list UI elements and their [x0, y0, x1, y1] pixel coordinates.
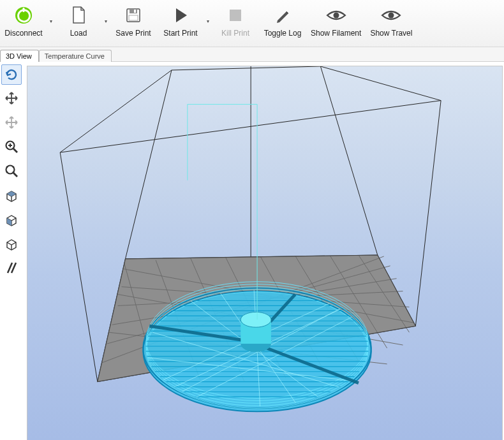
svg-line-20 [320, 66, 377, 255]
tab-temperature-curve[interactable]: Temperature Curve [39, 50, 112, 62]
disconnect-label: Disconnect [4, 29, 42, 38]
toggle-log-button[interactable]: Toggle Log [259, 3, 306, 40]
iso-view-button[interactable] [1, 234, 22, 254]
svg-point-8 [389, 12, 394, 18]
svg-line-25 [60, 101, 441, 152]
document-icon [70, 6, 87, 27]
stop-icon [227, 7, 244, 26]
svg-line-19 [125, 70, 172, 259]
eye-icon [326, 8, 346, 25]
svg-point-7 [333, 12, 339, 18]
load-dropdown[interactable]: ▾ [102, 13, 110, 29]
show-travel-label: Show Travel [370, 29, 412, 38]
front-view-button[interactable] [1, 210, 22, 230]
show-travel-button[interactable]: Show Travel [366, 3, 417, 40]
show-filament-button[interactable]: Show Filament [306, 3, 366, 40]
svg-rect-4 [134, 10, 136, 13]
main-area [0, 62, 504, 440]
3d-scene [27, 66, 502, 440]
cube-iso-icon [4, 236, 19, 253]
toggle-log-label: Toggle Log [264, 29, 302, 38]
eye-icon [381, 8, 401, 25]
start-print-label: Start Print [163, 29, 197, 38]
top-view-button[interactable] [1, 186, 22, 206]
play-icon [172, 6, 189, 26]
move-icon [4, 91, 19, 108]
svg-line-17 [60, 152, 98, 382]
kill-print-button[interactable]: Kill Print [212, 3, 259, 40]
3d-viewport[interactable] [27, 66, 503, 440]
zoom-fit-button[interactable] [1, 161, 22, 182]
zoom-in-icon [4, 139, 19, 156]
zoom-button[interactable] [1, 137, 22, 158]
zoom-fit-icon [4, 163, 19, 180]
svg-rect-6 [230, 10, 241, 21]
svg-line-23 [320, 66, 441, 101]
move-arrows-icon [4, 115, 19, 132]
floppy-disk-icon [124, 6, 142, 26]
load-button[interactable]: Load [55, 3, 102, 40]
cube-front-icon [4, 212, 19, 229]
view-tools [0, 64, 22, 279]
show-filament-label: Show Filament [311, 29, 361, 38]
svg-line-21 [60, 70, 172, 152]
load-label: Load [70, 29, 87, 38]
tab-temperature-curve-label: Temperature Curve [45, 52, 105, 60]
kill-print-label: Kill Print [221, 29, 249, 38]
start-print-button[interactable]: Start Print [157, 3, 204, 40]
svg-rect-3 [130, 9, 137, 13]
tab-3d-view[interactable]: 3D View [0, 50, 39, 62]
tab-3d-view-label: 3D View [6, 52, 32, 60]
rotate-icon [4, 66, 19, 84]
svg-line-10 [13, 149, 17, 152]
pencil-icon [274, 6, 292, 26]
svg-line-22 [172, 66, 320, 70]
rotate-view-button[interactable] [1, 64, 22, 85]
move-view-button[interactable] [1, 89, 22, 109]
disconnect-dropdown[interactable]: ▾ [47, 13, 55, 29]
parallel-view-button[interactable] [1, 258, 22, 279]
save-print-button[interactable]: Save Print [110, 3, 157, 40]
plug-icon [14, 6, 33, 27]
main-toolbar: Disconnect ▾ Load ▾ [0, 0, 504, 47]
parallel-lines-icon [4, 260, 19, 277]
move-object-button[interactable] [1, 113, 22, 133]
svg-line-18 [415, 101, 441, 326]
svg-line-14 [13, 173, 17, 177]
start-print-dropdown[interactable]: ▾ [204, 13, 212, 29]
disconnect-button[interactable]: Disconnect [0, 3, 47, 40]
cube-top-icon [4, 187, 19, 205]
view-tabstrip: 3D View Temperature Curve [0, 47, 504, 62]
save-print-label: Save Print [115, 29, 151, 38]
